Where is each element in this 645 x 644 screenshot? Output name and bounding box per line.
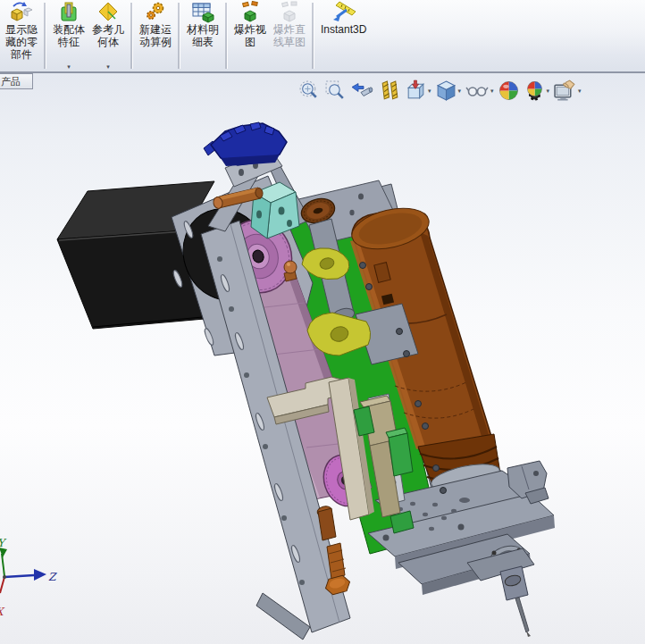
instant3d-icon bbox=[331, 1, 357, 23]
part-servo-bracket[interactable] bbox=[204, 122, 287, 166]
dropdown-caret-icon[interactable]: ▾ bbox=[458, 88, 462, 95]
part-ball-pin[interactable] bbox=[284, 261, 297, 281]
dropdown-caret-icon[interactable]: ▾ bbox=[578, 88, 582, 95]
dropdown-caret-icon[interactable]: ▾ bbox=[547, 88, 550, 95]
assembly-features-icon bbox=[57, 1, 80, 23]
hud-display-style[interactable]: ▾ bbox=[434, 79, 463, 103]
toolbar-button-reference-geometry[interactable]: 参考几 何体 ▾ bbox=[88, 0, 128, 72]
section-view-icon bbox=[379, 79, 401, 102]
hud-edit-appearance[interactable]: ▾ bbox=[552, 79, 582, 103]
view-orientation-icon bbox=[405, 79, 427, 102]
display-style-icon bbox=[435, 79, 457, 102]
previous-view-icon bbox=[350, 79, 375, 102]
graphics-area[interactable]: Y Z X bbox=[0, 73, 645, 644]
document-tab[interactable]: 产品 bbox=[0, 73, 33, 89]
command-manager-ribbon: 显示隐 藏的零 部件 装配体 特征 ▾ 参考几 何体 ▾ bbox=[0, 0, 645, 73]
zoom-to-area-icon bbox=[324, 79, 347, 102]
hud-zoom-to-area[interactable] bbox=[323, 79, 348, 103]
exploded-view-icon bbox=[239, 1, 262, 23]
toolbar-button-bill-of-materials[interactable]: 材料明 细表 bbox=[183, 0, 222, 72]
dropdown-caret-icon[interactable]: ▾ bbox=[67, 63, 71, 71]
heads-up-view-toolbar: ▾ ▾ ▾ ▾ ▾ bbox=[297, 79, 582, 103]
toolbar-separator bbox=[130, 3, 133, 69]
toolbar-button-assembly-features[interactable]: 装配体 特征 ▾ bbox=[49, 0, 88, 72]
dropdown-caret-icon[interactable]: ▾ bbox=[428, 88, 431, 95]
graphics-viewport[interactable]: 产品 ▾ ▾ ▾ ▾ ▾ bbox=[0, 73, 645, 644]
reference-geometry-icon bbox=[96, 1, 120, 23]
hide-show-items-icon bbox=[465, 79, 490, 102]
toolbar-button-explode-line-sketch: 爆炸直 线草图 bbox=[270, 0, 309, 72]
orientation-triad: Y Z X bbox=[0, 537, 57, 618]
show-hidden-components-icon bbox=[9, 1, 34, 23]
hud-view-orientation[interactable]: ▾ bbox=[404, 79, 432, 103]
toolbar-button-new-motion-study[interactable]: 新建运 动算例 bbox=[136, 0, 175, 72]
hud-view-settings[interactable]: ▾ bbox=[523, 79, 551, 103]
triad-z-label: Z bbox=[48, 571, 57, 583]
motion-study-icon bbox=[144, 1, 167, 23]
zoom-to-fit-icon bbox=[298, 79, 321, 102]
dropdown-caret-icon[interactable]: ▾ bbox=[106, 63, 110, 71]
hud-apply-scene[interactable] bbox=[497, 79, 521, 103]
view-settings-icon bbox=[524, 79, 546, 102]
toolbar-button-show-hidden-components[interactable]: 显示隐 藏的零 部件 bbox=[2, 0, 41, 72]
toolbar-button-exploded-view[interactable]: 爆炸视 图 bbox=[230, 0, 270, 72]
dropdown-caret-icon[interactable]: ▾ bbox=[490, 88, 494, 95]
edit-appearance-icon bbox=[553, 79, 577, 102]
toolbar-button-instant3d[interactable]: Instant3D bbox=[317, 0, 370, 72]
bom-table-icon bbox=[191, 1, 214, 23]
triad-y-label: Y bbox=[0, 537, 7, 549]
apply-scene-icon bbox=[498, 79, 520, 102]
hud-hide-show-items[interactable]: ▾ bbox=[464, 79, 495, 103]
hud-previous-view[interactable] bbox=[349, 79, 376, 103]
toolbar-separator bbox=[312, 3, 314, 69]
hud-section-view[interactable] bbox=[378, 79, 402, 103]
hud-zoom-to-fit[interactable] bbox=[297, 79, 322, 103]
toolbar-separator bbox=[225, 3, 228, 69]
triad-x-label: X bbox=[0, 606, 5, 618]
explode-line-sketch-icon bbox=[278, 1, 301, 23]
toolbar-separator bbox=[178, 3, 180, 69]
toolbar-separator bbox=[44, 3, 46, 69]
